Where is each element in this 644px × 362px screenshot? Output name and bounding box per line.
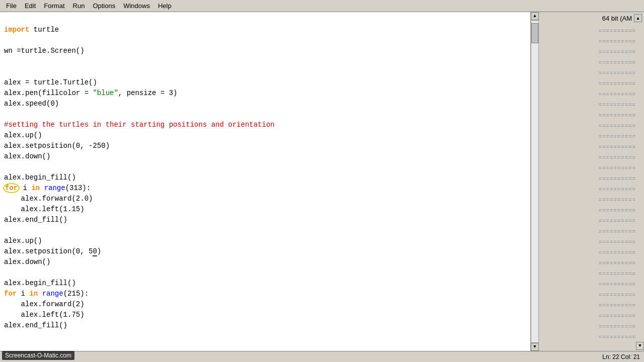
- code-content: import turtle wn =turtle.Screen() alex =…: [4, 14, 526, 341]
- cursor-position: Ln: 22 Col: 21: [602, 353, 640, 360]
- right-scroll-up[interactable]: ▲: [634, 14, 642, 22]
- menu-run[interactable]: Run: [69, 1, 89, 11]
- line-dec-29: ==========: [599, 321, 636, 331]
- line-dec-11: ==========: [599, 131, 636, 141]
- line-dec-30: ==========: [599, 331, 636, 342]
- watermark: Screencast-O-Matic.com: [2, 351, 74, 360]
- line-dec-25: ==========: [599, 279, 636, 289]
- scroll-track[interactable]: [531, 20, 539, 343]
- main-area: import turtle wn =turtle.Screen() alex =…: [0, 12, 644, 351]
- line-dec-6: ==========: [599, 78, 636, 88]
- line-dec-16: ==========: [599, 184, 636, 194]
- line-dec-28: ==========: [599, 310, 636, 321]
- menu-edit[interactable]: Edit: [21, 1, 40, 11]
- app-window: File Edit Format Run Options Windows Hel…: [0, 0, 644, 362]
- code-container[interactable]: import turtle wn =turtle.Screen() alex =…: [0, 12, 530, 351]
- line-dec-20: ==========: [599, 226, 636, 236]
- right-scroll-down[interactable]: ▼: [636, 342, 644, 350]
- line-dec-21: ==========: [599, 236, 636, 247]
- line-dec-8: ==========: [599, 99, 636, 110]
- line-dec-22: ==========: [599, 247, 636, 257]
- line-dec-9: ==========: [599, 110, 636, 120]
- menu-file[interactable]: File: [2, 1, 21, 11]
- line-dec-5: ==========: [599, 67, 636, 78]
- menu-help[interactable]: Help: [154, 1, 176, 11]
- menu-options[interactable]: Options: [89, 1, 119, 11]
- line-dec-19: ==========: [599, 215, 636, 226]
- line-dec-23: ==========: [599, 257, 636, 268]
- scroll-thumb[interactable]: [531, 23, 538, 43]
- line-dec-2: ==========: [599, 36, 636, 46]
- scroll-up-arrow[interactable]: ▲: [531, 12, 539, 20]
- status-bar: Ln: 22 Col: 21: [0, 351, 644, 362]
- editor-scrollbar[interactable]: ▲ ▼: [530, 12, 538, 351]
- bit-info: 64 bit (AM ▲: [539, 13, 644, 23]
- line-dec-26: ==========: [599, 289, 636, 300]
- editor-area: import turtle wn =turtle.Screen() alex =…: [0, 12, 530, 351]
- line-dec-4: ==========: [599, 57, 636, 67]
- right-panel: 64 bit (AM ▲ ========== ========== =====…: [538, 12, 644, 351]
- line-dec-1: ==========: [599, 25, 636, 36]
- line-dec-10: ==========: [599, 120, 636, 131]
- menu-format[interactable]: Format: [40, 1, 68, 11]
- line-dec-12: ==========: [599, 141, 636, 152]
- line-dec-7: ==========: [599, 88, 636, 99]
- line-dec-17: ==========: [599, 194, 636, 205]
- line-dec-15: ==========: [599, 173, 636, 184]
- line-dec-18: ==========: [599, 205, 636, 215]
- menu-windows[interactable]: Windows: [119, 1, 154, 11]
- line-dec-14: ==========: [599, 162, 636, 173]
- menu-bar: File Edit Format Run Options Windows Hel…: [0, 0, 644, 12]
- line-dec-3: ==========: [599, 46, 636, 57]
- scroll-down-arrow[interactable]: ▼: [531, 343, 539, 351]
- lines-panel: ========== ========== ========== =======…: [599, 23, 644, 342]
- line-dec-13: ==========: [599, 152, 636, 162]
- line-dec-24: ==========: [599, 268, 636, 279]
- line-dec-27: ==========: [599, 300, 636, 310]
